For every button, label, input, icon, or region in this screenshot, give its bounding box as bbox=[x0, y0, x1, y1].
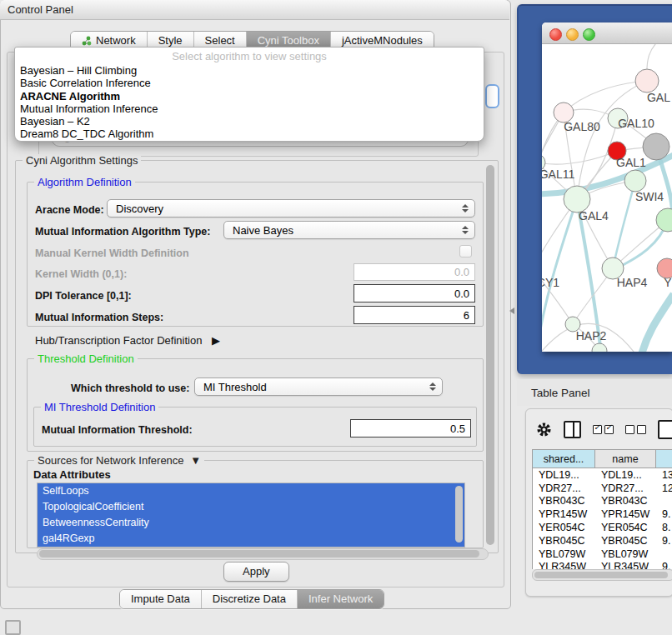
expanded-arrow-icon[interactable]: ▼ bbox=[190, 454, 201, 467]
mi-threshold-field[interactable]: 0.5 bbox=[350, 419, 471, 438]
table-cell: YBR045C bbox=[595, 535, 656, 547]
combo-arrows-icon bbox=[429, 382, 436, 391]
table-cell: YBR043C bbox=[533, 495, 595, 507]
node-label: GAL1 bbox=[616, 156, 646, 169]
apply-button[interactable]: Apply bbox=[223, 562, 289, 582]
split-columns-icon[interactable] bbox=[564, 421, 581, 438]
zoom-button[interactable] bbox=[583, 28, 595, 41]
dpi-tolerance-value: 0.0 bbox=[454, 288, 469, 300]
attribute-list-item[interactable]: BetweennessCentrality bbox=[38, 515, 464, 531]
table-cell: 13 bbox=[656, 469, 672, 481]
tab-infer-network[interactable]: Infer Network bbox=[297, 590, 384, 608]
threshold-definition-title: Threshold Definition bbox=[34, 352, 138, 365]
dropdown-item[interactable]: Mutual Information Inference bbox=[15, 102, 484, 115]
node-label: Y bbox=[664, 276, 672, 289]
close-button[interactable] bbox=[549, 28, 562, 41]
manual-kernel-width-checkbox[interactable] bbox=[459, 245, 472, 258]
table-panel: shared...nameA YDL19...YDL19...13YDR27..… bbox=[525, 408, 672, 597]
table-cell: YER054C bbox=[595, 522, 656, 533]
table-panel-titlebar[interactable]: Table Panel bbox=[517, 379, 672, 406]
which-threshold-label: Which threshold to use: bbox=[71, 382, 189, 394]
table-row[interactable]: YDL19...YDL19...13 bbox=[533, 468, 672, 482]
column-header[interactable]: A bbox=[656, 450, 672, 468]
node-label: GCY1 bbox=[542, 276, 559, 289]
list-vertical-scrollbar[interactable] bbox=[455, 486, 463, 542]
node-label: SWI4 bbox=[635, 190, 664, 203]
attribute-list-item[interactable]: SelfLoops bbox=[38, 483, 464, 499]
table-row[interactable]: YER054CYER054C8. bbox=[533, 521, 672, 534]
dropdown-item[interactable]: Dream8 DC_TDC Algorithm bbox=[15, 128, 484, 140]
node-label: GAL4 bbox=[579, 209, 609, 222]
network-view-window[interactable]: GALGAL80GAL10GAL1GAL11GAL4SWI4GCY1HAP4YH… bbox=[542, 22, 672, 352]
network-edge[interactable] bbox=[542, 151, 617, 164]
table-cell: 8. bbox=[656, 522, 672, 533]
settings-horizontal-scrollbar[interactable] bbox=[37, 548, 489, 560]
which-threshold-combo[interactable]: MI Threshold bbox=[194, 378, 443, 396]
hub-definition-toggle[interactable]: Hub/Transcription Factor Definition ▶ bbox=[35, 334, 220, 347]
attribute-list-item[interactable]: gal4RGexp bbox=[38, 531, 464, 547]
dpi-tolerance-field[interactable]: 0.0 bbox=[354, 284, 475, 302]
network-edge[interactable] bbox=[640, 294, 672, 352]
table-cell: YLR345W bbox=[533, 561, 595, 569]
mi-threshold-value: 0.5 bbox=[450, 422, 465, 435]
control-panel-titlebar[interactable]: Control Panel bbox=[0, 0, 509, 20]
tab-discretize-data[interactable]: Discretize Data bbox=[201, 590, 297, 608]
dropdown-item[interactable]: Bayesian – K2 bbox=[15, 115, 484, 128]
sources-title[interactable]: Sources for Network Inference ▼ bbox=[34, 454, 204, 467]
network-node[interactable] bbox=[643, 133, 669, 160]
mi-algorithm-type-combo[interactable]: Naive Bayes bbox=[223, 221, 475, 239]
network-graph: GALGAL80GAL10GAL1GAL11GAL4SWI4GCY1HAP4YH… bbox=[542, 44, 672, 352]
minimize-button[interactable] bbox=[566, 28, 579, 41]
panel-dock-icon[interactable] bbox=[5, 620, 21, 635]
network-edge[interactable] bbox=[564, 81, 647, 112]
table-row[interactable]: YBR043CYBR043C bbox=[533, 495, 672, 508]
table-cell: YBL079W bbox=[533, 548, 595, 560]
kernel-width-field[interactable]: 0.0 bbox=[354, 263, 475, 281]
mi-algorithm-type-value: Naive Bayes bbox=[233, 224, 293, 237]
table-cell: YBR043C bbox=[595, 495, 656, 507]
table-cell: YDL19... bbox=[595, 469, 656, 481]
aracne-mode-value: Discovery bbox=[116, 202, 163, 215]
settings-vertical-scrollbar[interactable] bbox=[486, 165, 494, 545]
network-window-titlebar[interactable] bbox=[542, 22, 672, 44]
dropdown-item[interactable]: ARACNE Algorithm bbox=[15, 90, 484, 102]
splitter-collapse-icon[interactable] bbox=[509, 308, 514, 314]
column-header[interactable]: name bbox=[595, 450, 656, 468]
table-row[interactable]: YDR27...YDR27...12 bbox=[533, 482, 672, 495]
network-node-gal[interactable] bbox=[635, 69, 659, 92]
collapsed-arrow-icon[interactable]: ▶ bbox=[212, 334, 220, 347]
tab-impute-data[interactable]: Impute Data bbox=[120, 590, 201, 608]
table-cell: 9. bbox=[656, 535, 672, 547]
aracne-mode-combo[interactable]: Discovery bbox=[107, 199, 475, 218]
network-edge[interactable] bbox=[613, 181, 635, 268]
network-node-gal1[interactable] bbox=[624, 170, 646, 192]
table-row[interactable]: YPR145WYPR145W9. bbox=[533, 508, 672, 521]
data-attributes-list[interactable]: SelfLoopsTopologicalCoefficientBetweenne… bbox=[37, 482, 465, 548]
mi-threshold-definition-title: MI Threshold Definition bbox=[41, 401, 158, 413]
algorithm-dropdown-placeholder: Select algorithm to view settings bbox=[15, 48, 484, 64]
table-cell: YDL19... bbox=[533, 469, 595, 481]
control-panel-title: Control Panel bbox=[8, 3, 73, 16]
table-horizontal-scrollbar[interactable] bbox=[532, 569, 672, 581]
mi-steps-label: Mutual Information Steps: bbox=[35, 312, 163, 323]
checked-pair-icon[interactable] bbox=[593, 425, 614, 434]
mi-steps-field[interactable]: 6 bbox=[354, 306, 475, 324]
network-canvas[interactable]: GALGAL80GAL10GAL1GAL11GAL4SWI4GCY1HAP4YH… bbox=[542, 44, 672, 352]
table-row[interactable]: YBL079WYBL079W bbox=[533, 548, 672, 561]
dropdown-item[interactable]: Basic Correlation Inference bbox=[15, 77, 484, 89]
unchecked-pair-icon[interactable] bbox=[625, 425, 646, 434]
node-label: HAP2 bbox=[576, 329, 607, 342]
table-row[interactable]: YLR345WYLR345W9. bbox=[533, 561, 672, 569]
column-header[interactable]: shared... bbox=[533, 450, 595, 468]
cyni-bottom-tabbar: Impute DataDiscretize DataInfer Network bbox=[119, 589, 384, 609]
node-attribute-table[interactable]: shared...nameA YDL19...YDL19...13YDR27..… bbox=[532, 449, 672, 569]
table-cell: YPR145W bbox=[595, 508, 656, 520]
table-cell: 9. bbox=[656, 508, 672, 520]
page-icon[interactable] bbox=[658, 420, 672, 439]
table-panel-toolbar bbox=[526, 409, 672, 449]
table-row[interactable]: YBR045CYBR045C9. bbox=[533, 534, 672, 548]
gear-icon[interactable] bbox=[536, 422, 552, 438]
mi-algorithm-type-label: Mutual Information Algorithm Type: bbox=[35, 226, 210, 238]
attribute-list-item[interactable]: TopologicalCoefficient bbox=[38, 499, 464, 515]
dropdown-item[interactable]: Bayesian – Hill Climbing bbox=[15, 64, 484, 77]
